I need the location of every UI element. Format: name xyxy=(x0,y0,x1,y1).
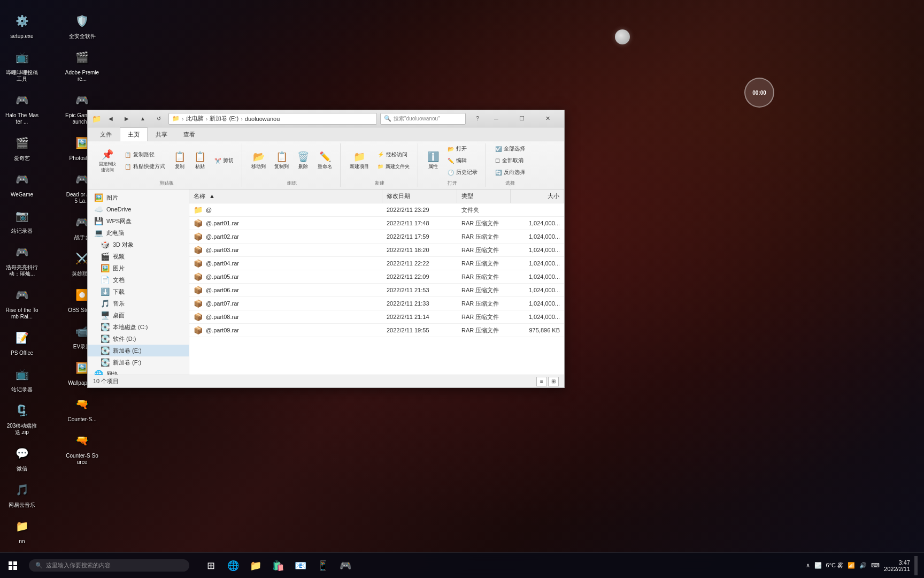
col-header-date[interactable]: 修改日期 xyxy=(382,189,457,203)
select-none-button[interactable]: ☐ 全部取消 xyxy=(491,155,529,166)
edit-button[interactable]: ✏️ 编辑 xyxy=(444,155,481,166)
sidebar-item-desktop[interactable]: 🖥️ 桌面 xyxy=(88,309,189,321)
desktop-icon-360[interactable]: 🛡️ 全安全软件 xyxy=(63,8,102,42)
sidebar-item-pictures[interactable]: 🖼️ 图片 xyxy=(88,262,189,274)
tab-file[interactable]: 文件 xyxy=(92,127,120,141)
taskbar-clock[interactable]: 3:47 2022/2/11 xyxy=(884,559,910,572)
desktop-icon-ps-office[interactable]: 📝 PS Office xyxy=(3,325,41,359)
back-button[interactable]: ◀ xyxy=(104,113,117,125)
move-button[interactable]: 📂 移动到 xyxy=(248,149,270,172)
sidebar-item-wps[interactable]: 💾 WPS网盘 xyxy=(88,215,189,227)
tab-view[interactable]: 查看 xyxy=(175,127,203,141)
desktop-icon-203zip[interactable]: 🗜️ 203移动端推送.zip xyxy=(3,398,41,438)
file-row[interactable]: 📁 @ 2022/2/11 23:29 文件夹 xyxy=(189,203,564,217)
paste-button[interactable]: 📋 粘贴 xyxy=(190,149,210,172)
copy-to-button[interactable]: 📋 复制到 xyxy=(271,149,292,172)
copy-big-button[interactable]: 📋 复制 xyxy=(170,149,189,172)
explorer-taskbar-button[interactable]: 📁 xyxy=(245,555,266,576)
sidebar-item-network[interactable]: 🌐 网络 xyxy=(88,368,189,375)
search-box[interactable]: 🔍 搜索"duoluowanou" xyxy=(380,113,466,125)
select-all-button[interactable]: ☑️ 全部选择 xyxy=(491,143,529,154)
file-row[interactable]: 📦 @.part07.rar 2022/2/11 21:33 RAR 压缩文件 … xyxy=(189,297,564,310)
up-button[interactable]: ▲ xyxy=(136,113,149,125)
easy-access-button[interactable]: ⚡ 经松访问 xyxy=(374,149,413,160)
desktop-icon-zhanji[interactable]: 📷 站记录器 xyxy=(3,203,41,237)
new-folder-button[interactable]: 📁 新建文件夹 xyxy=(374,161,413,172)
mail-button[interactable]: 📧 xyxy=(290,555,311,576)
file-row[interactable]: 📦 @.part05.rar 2022/2/11 22:09 RAR 压缩文件 … xyxy=(189,270,564,284)
view-list-button[interactable]: ≡ xyxy=(536,377,547,386)
file-row[interactable]: 📦 @.part06.rar 2022/2/11 21:53 RAR 压缩文件 … xyxy=(189,284,564,297)
maximize-button[interactable]: ☐ xyxy=(510,110,534,127)
paste-shortcut-button[interactable]: 📋 粘贴快捷方式 xyxy=(121,161,169,172)
delete-button[interactable]: 🗑️ 删除 xyxy=(294,149,313,172)
help-button[interactable]: ? xyxy=(471,113,484,125)
desktop-icon-haodou[interactable]: 📺 哔哩哔哩投稿工具 xyxy=(3,44,41,85)
col-header-size[interactable]: 大小 xyxy=(511,189,564,203)
minimize-button[interactable]: ─ xyxy=(484,110,509,127)
sidebar-item-new-f[interactable]: 💽 新加卷 (F:) xyxy=(88,356,189,368)
desktop-icon-exe[interactable]: ⚙️ setup.exe xyxy=(3,8,41,42)
col-header-name[interactable]: 名称 ▲ xyxy=(189,189,382,203)
rename-button[interactable]: ✏️ 重命名 xyxy=(314,149,336,172)
cut-button[interactable]: ✂️ 剪切 xyxy=(211,155,237,166)
file-row[interactable]: 📦 @.part04.rar 2022/2/11 22:22 RAR 压缩文件 … xyxy=(189,257,564,270)
breadcrumb-folder[interactable]: duoluowanou xyxy=(245,116,280,122)
sidebar-item-music[interactable]: 🎵 音乐 xyxy=(88,298,189,309)
desktop-icon-wegame[interactable]: 🎮 WeGame xyxy=(3,166,41,200)
ribbon-group-organize: 📂 移动到 📋 复制到 🗑️ 删除 ✏️ xyxy=(243,143,341,187)
forward-button[interactable]: ▶ xyxy=(120,113,133,125)
close-button[interactable]: ✕ xyxy=(535,110,560,127)
sidebar-item-pictures-quick[interactable]: 🖼️ 图片 xyxy=(88,192,189,203)
store-button[interactable]: 🛍️ xyxy=(267,555,289,576)
tab-share[interactable]: 共享 xyxy=(148,127,175,141)
file-row[interactable]: 📦 @.part01.rar 2022/2/11 17:48 RAR 压缩文件 … xyxy=(189,217,564,230)
sidebar-item-downloads[interactable]: ⬇️ 下载 xyxy=(88,286,189,298)
pin-button[interactable]: 📌 固定到快速访问 xyxy=(95,147,120,175)
breadcrumb-drive[interactable]: 新加卷 (E:) xyxy=(210,115,238,123)
desktop-icon-cs1[interactable]: 🔫 Counter-S... xyxy=(63,391,102,425)
properties-button[interactable]: ℹ️ 属性 xyxy=(424,149,443,172)
sidebar-item-local-c[interactable]: 💽 本地磁盘 (C:) xyxy=(88,321,189,333)
desktop-icon-adobe[interactable]: 🎬 Adobe Premiere... xyxy=(63,44,102,85)
view-detail-button[interactable]: ⊞ xyxy=(548,377,559,386)
open-button[interactable]: 📂 打开 xyxy=(444,143,481,154)
sidebar-item-documents[interactable]: 📄 文档 xyxy=(88,274,189,286)
desktop-icon-iqiyi[interactable]: 🎬 爱奇艺 xyxy=(3,130,41,164)
sidebar-item-soft-d[interactable]: 💽 软件 (D:) xyxy=(88,333,189,345)
desktop-icon-wechat[interactable]: 💬 微信 xyxy=(3,440,41,474)
show-desktop-button[interactable] xyxy=(914,556,918,575)
systray-chevron[interactable]: ∧ xyxy=(806,562,810,569)
file-row[interactable]: 📦 @.part02.rar 2022/2/11 17:59 RAR 压缩文件 … xyxy=(189,230,564,244)
history-button[interactable]: 🕐 历史记录 xyxy=(444,167,481,178)
steam-button[interactable]: 🎮 xyxy=(335,555,356,576)
sidebar-item-onedrive[interactable]: ☁️ OneDrive xyxy=(88,203,189,215)
file-row[interactable]: 📦 @.part08.rar 2022/2/11 21:14 RAR 压缩文件 … xyxy=(189,310,564,324)
taskview-button[interactable]: ⊞ xyxy=(200,555,221,576)
invert-button[interactable]: 🔄 反向选择 xyxy=(491,167,529,178)
desktop-icon-halo[interactable]: 🎮 Halo The Master ... xyxy=(3,87,41,127)
desktop-icon-zhan2[interactable]: 📺 站记录器 xyxy=(3,361,41,395)
sidebar-item-new-e[interactable]: 💽 新加卷 (E:) xyxy=(88,345,189,356)
breadcrumb[interactable]: 📁 › 此电脑 › 新加卷 (E:) › duoluowanou xyxy=(168,113,377,125)
desktop-icon-tombraider[interactable]: 🎮 Rise of the Tomb Rai... xyxy=(3,282,41,322)
desktop-icon-nn[interactable]: 📁 nn xyxy=(3,513,41,547)
tab-home[interactable]: 主页 xyxy=(120,127,148,141)
file-row[interactable]: 📦 @.part03.rar 2022/2/11 18:20 RAR 压缩文件 … xyxy=(189,244,564,257)
sidebar-item-3d[interactable]: 🎲 3D 对象 xyxy=(88,239,189,250)
sidebar-item-video[interactable]: 🎬 视频 xyxy=(88,250,189,262)
phone-button[interactable]: 📱 xyxy=(312,555,334,576)
sidebar-item-thispc[interactable]: 💻 此电脑 xyxy=(88,227,189,239)
desktop-icon-cs2[interactable]: 🔫 Counter-S Source xyxy=(63,428,102,468)
taskbar-search[interactable]: 🔍 这里输入你要搜索的内容 xyxy=(29,559,189,572)
col-header-type[interactable]: 类型 xyxy=(457,189,511,203)
copy-button[interactable]: 📋 复制路径 xyxy=(121,149,169,160)
breadcrumb-thispc[interactable]: 此电脑 xyxy=(186,115,204,123)
start-button[interactable] xyxy=(2,555,24,576)
edge-button[interactable]: 🌐 xyxy=(222,555,244,576)
new-item-button[interactable]: 📁 新建项目 xyxy=(346,149,373,172)
desktop-icon-haoge[interactable]: 🎮 浩哥亮亮抖行动：璀灿... xyxy=(3,239,41,279)
desktop-icon-163music[interactable]: 🎵 网易云音乐 xyxy=(3,477,41,511)
file-row[interactable]: 📦 @.part09.rar 2022/2/11 19:55 RAR 压缩文件 … xyxy=(189,324,564,337)
refresh-button[interactable]: ↺ xyxy=(152,113,165,125)
